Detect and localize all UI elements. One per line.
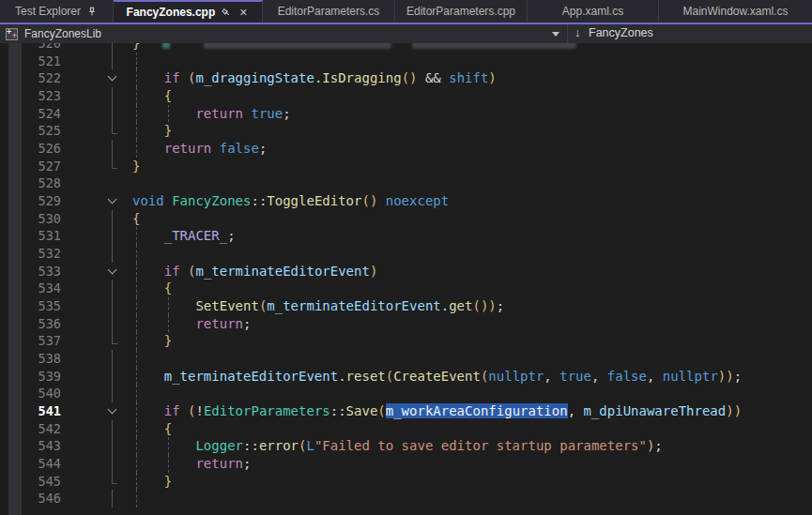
code-line[interactable]: 542 { [0,420,812,438]
close-icon[interactable]: × [237,6,249,19]
line-number[interactable]: 541 [22,402,61,420]
breakpoint-margin[interactable] [8,87,22,105]
breakpoint-margin[interactable] [8,227,22,245]
code-text[interactable]: SetEvent(m_terminateEditorEvent.get()); [130,297,812,315]
code-line[interactable]: 527} [0,158,812,175]
code-line[interactable]: 526 return false; [0,140,812,158]
line-number[interactable]: 544 [22,455,61,473]
line-number[interactable] [22,507,61,515]
line-number[interactable]: 537 [22,332,61,350]
code-line[interactable]: 532 [0,245,812,263]
breakpoint-margin[interactable] [8,245,22,263]
code-line[interactable]: 525 } [0,122,812,140]
chevron-down-icon[interactable] [552,32,559,37]
line-number[interactable]: 531 [22,227,61,245]
breakpoint-margin[interactable] [8,53,22,70]
code-line[interactable]: 545 } [0,473,812,491]
line-number[interactable]: 539 [22,368,61,386]
breakpoint-margin[interactable] [8,385,22,402]
line-number[interactable]: 532 [22,245,61,263]
code-text[interactable] [130,507,812,515]
breakpoint-margin[interactable] [8,297,22,315]
code-text[interactable]: return true; [130,105,812,123]
code-text[interactable] [130,490,812,507]
line-number[interactable]: 536 [22,315,61,333]
line-number[interactable]: 524 [22,105,61,123]
code-text[interactable]: return; [130,315,812,333]
line-number[interactable]: 521 [22,53,61,70]
breakpoint-margin[interactable] [8,69,22,87]
code-text[interactable] [130,174,812,192]
code-text[interactable]: _TRACER_; [130,227,812,245]
fold-chevron-icon[interactable] [103,192,130,210]
code-text[interactable]: { [130,420,812,438]
line-number[interactable]: 525 [22,122,61,140]
breakpoint-margin[interactable] [8,210,22,228]
code-text[interactable]: { [130,280,812,297]
breakpoint-margin[interactable] [8,473,22,491]
code-line[interactable]: 539 m_terminateEditorEvent.reset(CreateE… [0,368,812,386]
line-number[interactable]: 529 [22,192,61,210]
breakpoint-margin[interactable] [8,140,22,158]
breakpoint-margin[interactable] [8,437,22,455]
code-line[interactable]: 528 [0,174,812,192]
line-number[interactable]: 522 [22,69,61,87]
tab-editorparameters-cpp[interactable]: EditorParameters.cpp [395,0,528,23]
line-number[interactable]: 538 [22,350,61,368]
project-dropdown[interactable]: FancyZonesLib [24,27,101,40]
fold-chevron-icon[interactable] [103,69,130,87]
code-line[interactable]: 529void FancyZones::ToggleEditor() noexc… [0,192,812,210]
code-line[interactable]: 543 Logger::error(L"Failed to save edito… [0,437,812,455]
code-text[interactable]: if (m_terminateEditorEvent) [130,263,812,280]
breakpoint-margin[interactable] [8,507,22,515]
breakpoint-margin[interactable] [8,105,22,123]
line-number[interactable]: 540 [22,385,61,402]
code-text[interactable] [130,53,812,70]
code-line[interactable]: 541 if (!EditorParameters::Save(m_workAr… [0,402,812,420]
member-dropdown[interactable]: FancyZones [589,26,653,39]
breakpoint-margin[interactable] [8,263,22,280]
code-text[interactable] [130,350,812,368]
code-text[interactable]: if (!EditorParameters::Save(m_workAreaCo… [130,402,812,420]
breakpoint-margin[interactable] [8,332,22,350]
breakpoint-margin[interactable] [8,420,22,438]
breakpoint-margin[interactable] [8,490,22,507]
code-text[interactable]: } [130,158,812,175]
code-text[interactable]: return false; [130,140,812,158]
code-line[interactable]: 536 return; [0,315,812,333]
pin-icon[interactable] [86,6,98,18]
code-text[interactable]: if (m_draggingState.IsDragging() && shif… [130,69,812,87]
line-number[interactable]: 545 [22,473,61,491]
tab-fancyzones-cpp[interactable]: FancyZones.cpp × [114,0,263,23]
code-text[interactable]: { [130,210,812,228]
line-number[interactable]: 546 [22,490,61,507]
line-number[interactable]: 526 [22,140,61,158]
code-editor[interactable]: 520}521522 if (m_draggingState.IsDraggin… [0,43,812,515]
code-line[interactable]: 521 [0,53,812,70]
breakpoint-margin[interactable] [8,174,22,192]
code-line[interactable]: 534 { [0,280,812,297]
pin-icon[interactable] [221,7,232,19]
code-line[interactable]: 530{ [0,210,812,228]
code-line[interactable]: 540 [0,385,812,402]
breakpoint-margin[interactable] [8,350,22,368]
code-line[interactable]: 533 if (m_terminateEditorEvent) [0,263,812,280]
code-line[interactable]: 546 [0,490,812,507]
code-text[interactable]: } [130,43,812,53]
breakpoint-margin[interactable] [8,43,22,53]
breakpoint-margin[interactable] [8,158,22,175]
code-line[interactable]: 544 return; [0,455,812,473]
breakpoint-margin[interactable] [8,280,22,297]
line-number[interactable]: 520 [22,43,61,53]
code-line[interactable]: 535 SetEvent(m_terminateEditorEvent.get(… [0,297,812,315]
tab-editorparameters-cs[interactable]: EditorParameters.cs [263,0,395,23]
code-line[interactable] [0,507,812,515]
code-line[interactable]: 524 return true; [0,105,812,123]
code-text[interactable]: void FancyZones::ToggleEditor() noexcept [130,192,812,210]
line-number[interactable]: 530 [22,210,61,228]
line-number[interactable]: 533 [22,263,61,280]
fold-chevron-icon[interactable] [103,402,130,420]
fold-chevron-icon[interactable] [103,263,130,280]
code-text[interactable]: } [130,122,812,140]
breakpoint-margin[interactable] [8,455,22,473]
